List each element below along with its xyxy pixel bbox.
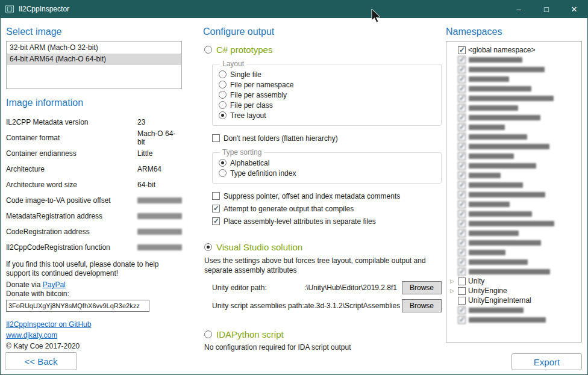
namespace-item[interactable]: [446, 132, 581, 141]
namespace-item[interactable]: [446, 74, 581, 84]
image-info-heading: Image information: [6, 98, 182, 108]
image-listbox[interactable]: 32-bit ARM (Mach-O 32-bit)64-bit ARM64 (…: [6, 41, 182, 89]
idapython-radio[interactable]: IDAPython script: [204, 329, 442, 339]
radio-option[interactable]: Single file: [219, 69, 435, 79]
website-link[interactable]: www.djkaty.com: [6, 331, 57, 339]
namespace-item[interactable]: ▷UnityEngine: [446, 286, 581, 296]
csharp-prototypes-radio[interactable]: C# prototypes: [204, 45, 442, 55]
redacted-label: [469, 144, 549, 149]
radio-option[interactable]: Tree layout: [219, 110, 435, 120]
namespace-item[interactable]: [446, 161, 581, 170]
image-list-item[interactable]: 64-bit ARM64 (Mach-O 64-bit): [7, 54, 181, 65]
namespace-item[interactable]: [446, 238, 581, 247]
namespace-item[interactable]: [446, 257, 581, 267]
checkbox-label: Attempt to generate output that compiles: [224, 205, 354, 213]
path-field-value[interactable]: ate.3d-3.1.2\ScriptAssemblies: [304, 302, 402, 310]
checkbox-row[interactable]: Don't nest folders (flatten hierarchy): [212, 133, 442, 143]
namespace-item[interactable]: UnityEngineInternal: [446, 296, 581, 305]
namespace-item[interactable]: [446, 151, 581, 161]
namespace-item[interactable]: [446, 247, 581, 257]
path-field-value[interactable]: :\Unity\Hub\Editor\2019.2.8f1: [267, 284, 402, 292]
checkbox-icon: [458, 316, 466, 324]
close-button[interactable]: ✕: [560, 0, 588, 18]
namespace-item[interactable]: ▷Unity: [446, 276, 581, 286]
namespace-item[interactable]: [446, 103, 581, 113]
browse-button[interactable]: Browse: [402, 299, 442, 312]
checkbox-icon: [212, 205, 220, 212]
info-row: Container endiannessLittle: [6, 146, 182, 161]
checkbox-row[interactable]: Suppress pointer, offset and index metad…: [212, 191, 442, 201]
path-field-row: Unity script assemblies path:ate.3d-3.1.…: [212, 299, 442, 312]
namespace-item[interactable]: [446, 180, 581, 190]
checkbox-row[interactable]: Attempt to generate output that compiles: [212, 203, 442, 214]
namespace-item[interactable]: [446, 84, 581, 93]
radio-option[interactable]: File per namespace: [219, 79, 435, 90]
redacted-namespace: [458, 172, 501, 179]
radio-option[interactable]: Type definition index: [219, 168, 435, 178]
redacted-namespace: [458, 104, 518, 112]
maximize-button[interactable]: □: [533, 0, 560, 18]
redacted-label: [469, 125, 505, 130]
expander-icon[interactable]: ▷: [450, 288, 458, 294]
layout-groupbox: Layout Single fileFile per namespaceFile…: [212, 60, 442, 126]
info-label: MetadataRegistration address: [6, 212, 137, 220]
layout-group-title: Layout: [220, 60, 246, 68]
flatten-checkbox: Don't nest folders (flatten hierarchy): [212, 133, 442, 143]
namespace-item[interactable]: [446, 141, 581, 151]
redacted-namespace: [458, 239, 541, 247]
checkbox-icon: [458, 172, 466, 179]
info-row: IL2CPP Metadata version23: [6, 114, 182, 130]
radio-label: File per class: [230, 101, 273, 110]
namespace-item[interactable]: [446, 218, 581, 228]
radio-icon: [219, 111, 227, 119]
namespaces-list[interactable]: <global namespace>▷Unity▷UnityEngineUnit…: [446, 41, 582, 342]
redacted-namespace: [458, 181, 523, 189]
namespace-item[interactable]: [446, 64, 581, 74]
info-label: IL2CPP Metadata version: [6, 118, 137, 126]
output-checkboxes: Suppress pointer, offset and index metad…: [212, 191, 442, 226]
checkbox-icon: [458, 162, 466, 170]
expander-icon[interactable]: ▷: [450, 278, 458, 284]
bitcoin-address-input[interactable]: [6, 300, 149, 312]
paypal-link[interactable]: PayPal: [43, 280, 66, 289]
visual-studio-radio[interactable]: Visual Studio solution: [204, 242, 442, 252]
radio-icon: [204, 330, 212, 338]
redacted-label: [469, 250, 505, 255]
namespace-item[interactable]: [446, 93, 581, 103]
github-link[interactable]: Il2CppInspector on GitHub: [6, 320, 91, 329]
checkbox-icon: [458, 239, 466, 247]
namespace-item[interactable]: [446, 122, 581, 132]
namespace-item[interactable]: [446, 113, 581, 122]
namespace-item[interactable]: [446, 55, 581, 64]
redacted-namespace: [458, 114, 540, 122]
info-row: CodeRegistration address: [6, 224, 182, 240]
redacted-value: [137, 229, 182, 235]
redacted-label: [469, 240, 541, 246]
redacted-namespace: [458, 133, 527, 141]
checkbox-icon: [212, 217, 220, 225]
redacted-label: [469, 202, 510, 207]
checkbox-label: Don't nest folders (flatten hierarchy): [224, 134, 338, 143]
radio-option[interactable]: File per assembly: [219, 90, 435, 100]
radio-option[interactable]: File per class: [219, 100, 435, 110]
namespace-item[interactable]: [446, 315, 581, 324]
checkbox-icon: [458, 249, 466, 256]
radio-label: File per assembly: [230, 91, 287, 99]
back-button[interactable]: << Back: [5, 352, 77, 370]
radio-option[interactable]: Alphabetical: [219, 158, 435, 168]
redacted-namespace: [458, 258, 528, 266]
namespace-item[interactable]: [446, 190, 581, 199]
export-button[interactable]: Export: [511, 353, 582, 370]
checkbox-row[interactable]: Place assembly-level attributes in separ…: [212, 216, 442, 226]
image-list-item[interactable]: 32-bit ARM (Mach-O 32-bit): [7, 42, 181, 54]
minimize-button[interactable]: –: [505, 0, 533, 18]
checkbox-label: Suppress pointer, offset and index metad…: [224, 192, 400, 200]
namespace-item[interactable]: [446, 170, 581, 180]
namespace-item[interactable]: [446, 305, 581, 315]
namespace-item[interactable]: [446, 228, 581, 238]
namespace-item[interactable]: [446, 199, 581, 209]
namespace-item[interactable]: <global namespace>: [446, 45, 581, 55]
browse-button[interactable]: Browse: [402, 281, 442, 294]
namespace-item[interactable]: [446, 267, 581, 276]
namespace-item[interactable]: [446, 209, 581, 218]
